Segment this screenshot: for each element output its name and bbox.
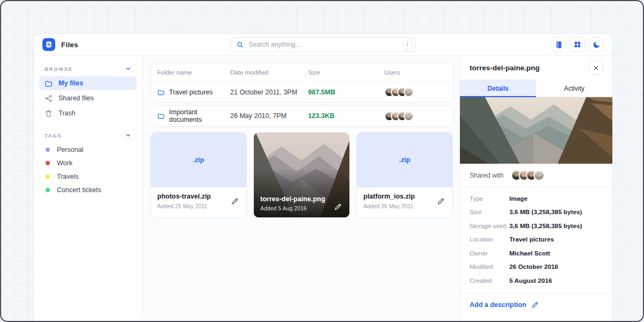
tag-label: Personal (57, 146, 83, 153)
zip-preview: .zip (151, 133, 246, 187)
zip-preview: .zip (357, 133, 452, 187)
tag-dot (46, 161, 50, 165)
table-row-travel-pictures[interactable]: Travel pictures 21 October 2011, 3PM 987… (151, 82, 453, 102)
pencil-icon (334, 203, 342, 211)
pencil-icon (437, 197, 445, 205)
detail-row-size: Size 3,6 MB (3,258,385 bytes) (470, 206, 603, 219)
sidebar-item-label: Trash (58, 109, 76, 117)
tab-details[interactable]: Details (460, 79, 536, 97)
browse-section-header[interactable]: Browse (39, 62, 137, 76)
col-folder-name: Folder name (157, 69, 230, 76)
file-added-date: Added 26 May 2011 (363, 203, 446, 209)
file-name: platform_ios.zip (363, 193, 446, 200)
tag-dot (46, 148, 50, 152)
table-row-important-documents[interactable]: Important documents 26 May 2010, 7PM 123… (151, 106, 453, 126)
file-cards: .zip photos-travel.zip Added 25 May 2011 (150, 132, 454, 218)
sidebar-item-trash[interactable]: Trash (39, 106, 137, 120)
table-header-row: Folder name Date modified Size Users (151, 63, 453, 82)
detail-row-type: Type Image (470, 192, 603, 206)
pencil-icon (531, 301, 539, 309)
tag-dot (46, 174, 50, 179)
tag-item-travels[interactable]: Travels (39, 170, 137, 183)
panel-title: torres-del-paine.png (470, 64, 540, 72)
file-added-date: Added 5 Aug 2016 (260, 205, 306, 211)
tags-section-header[interactable]: Tags (39, 129, 137, 143)
folders-table: Folder name Date modified Size Users Tra… (150, 63, 454, 103)
user-avatar (404, 111, 414, 121)
tab-activity[interactable]: Activity (536, 79, 612, 97)
sidebar-item-my-files[interactable]: My files (39, 76, 137, 90)
folders-table-row-2: Important documents 26 May 2010, 7PM 123… (150, 105, 454, 127)
top-actions (416, 37, 604, 52)
col-users: Users (384, 69, 447, 76)
folder-size: 123.3KB (308, 112, 384, 120)
file-name: photos-travel.zip (157, 193, 240, 200)
close-panel-button[interactable] (589, 61, 603, 75)
detail-row-created: Created 5 August 2016 (470, 274, 603, 288)
share-icon (45, 94, 53, 103)
zip-badge: .zip (193, 156, 204, 164)
folder-size: 987.5MB (308, 89, 384, 96)
book-icon (555, 41, 563, 49)
shared-with-row: Shared with (460, 164, 612, 187)
folder-icon (45, 79, 53, 87)
file-card-photos-travel[interactable]: .zip photos-travel.zip Added 25 May 2011 (150, 132, 247, 218)
date-modified: 26 May 2010, 7PM (230, 112, 308, 120)
tag-label: Work (57, 159, 72, 167)
col-date-modified: Date modified (230, 69, 308, 76)
file-card-torres-del-paine[interactable]: torres-del-paine.png Added 5 Aug 2016 (253, 132, 350, 218)
panel-tabs: Details Activity (460, 79, 612, 97)
detail-row-location: Location Travel pictures (470, 233, 603, 247)
shared-avatars (511, 170, 545, 181)
date-modified: 21 October 2011, 3PM (230, 89, 308, 96)
chevron-down-icon[interactable] (125, 65, 131, 72)
tag-dot (46, 188, 50, 192)
browse-section-label: Browse (45, 66, 72, 72)
grid-icon (574, 41, 581, 48)
search-input[interactable] (248, 40, 399, 49)
tag-label: Travels (57, 173, 79, 180)
app-logo-icon (42, 38, 55, 51)
sidebar-item-shared-files[interactable]: Shared files (39, 91, 137, 105)
sidebar-item-label: My files (58, 79, 83, 87)
trash-icon (45, 109, 53, 118)
folder-name: Important documents (169, 108, 230, 123)
users-avatars (384, 111, 447, 121)
sidebar-item-label: Shared files (58, 94, 94, 102)
user-avatar (533, 170, 545, 181)
tag-item-work[interactable]: Work (39, 156, 137, 170)
library-button[interactable] (551, 37, 566, 52)
folder-icon (157, 112, 165, 120)
files-app-window: Files / (33, 33, 613, 322)
main-content: Folder name Date modified Size Users Tra… (143, 56, 459, 322)
rename-button[interactable] (229, 195, 241, 207)
col-size: Size (308, 69, 384, 76)
details-panel: torres-del-paine.png Details Activity (459, 56, 612, 322)
dark-mode-button[interactable] (589, 37, 604, 52)
tag-item-personal[interactable]: Personal (39, 143, 137, 156)
moon-icon (592, 41, 601, 49)
close-icon (593, 65, 599, 71)
file-name: torres-del-paine.png (260, 195, 325, 203)
search-icon (237, 41, 244, 48)
tags-section-label: Tags (45, 133, 62, 138)
top-bar: Files / (34, 34, 612, 56)
rename-button[interactable] (332, 201, 344, 213)
folder-icon (157, 89, 165, 96)
rename-button[interactable] (435, 195, 447, 207)
file-card-platform-ios[interactable]: .zip platform_ios.zip Added 26 May 2011 (356, 132, 453, 218)
detail-row-storage-used: Storage used 3,6 MB (3,258,385 bytes) (470, 219, 603, 233)
chevron-down-icon[interactable] (125, 132, 131, 138)
app-title: Files (61, 41, 78, 49)
search-bar[interactable]: / (231, 38, 416, 52)
file-added-date: Added 25 May 2011 (157, 203, 240, 209)
grid-view-button[interactable] (570, 37, 585, 52)
desktop-background: Files / (0, 0, 644, 322)
tag-item-concert-tickets[interactable]: Concert tickets (39, 183, 137, 196)
users-avatars (384, 87, 447, 97)
zip-badge: .zip (399, 156, 411, 164)
add-description-link[interactable]: Add a description (460, 294, 612, 316)
sidebar: Browse My files Shared files (34, 56, 143, 322)
folder-name: Travel pictures (169, 89, 213, 96)
brand: Files (42, 38, 231, 51)
